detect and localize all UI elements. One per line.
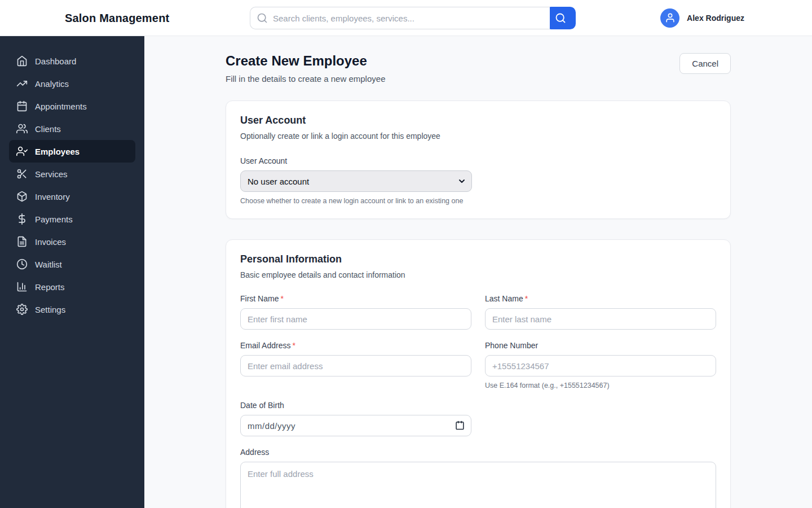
- search-icon: [257, 12, 268, 24]
- email-label: Email Address*: [240, 341, 471, 350]
- sidebar-item-label: Inventory: [35, 192, 70, 202]
- sidebar-item-label: Settings: [35, 305, 65, 314]
- user-account-card: User Account Optionally create or link a…: [226, 100, 731, 219]
- last-name-label: Last Name*: [485, 294, 716, 303]
- dob-group: Date of Birth: [240, 401, 471, 436]
- user-account-help: Choose whether to create a new login acc…: [240, 197, 716, 205]
- main-content: Create New Employee Fill in the details …: [144, 36, 812, 508]
- page-header: Create New Employee Fill in the details …: [226, 53, 731, 84]
- first-name-group: First Name*: [240, 294, 471, 330]
- search-icon: [555, 12, 566, 24]
- sidebar-item-label: Employees: [35, 147, 80, 156]
- sidebar-item-settings[interactable]: Settings: [9, 298, 135, 321]
- dollar-icon: [16, 213, 28, 225]
- search-button[interactable]: [545, 7, 576, 29]
- sidebar-item-label: Waitlist: [35, 260, 62, 269]
- user-account-select[interactable]: No user account: [240, 170, 472, 192]
- users-icon: [16, 123, 28, 134]
- last-name-field[interactable]: [485, 308, 716, 330]
- required-asterisk: *: [292, 341, 295, 350]
- sidebar-item-employees[interactable]: Employees: [9, 140, 135, 163]
- user-name: Alex Rodriguez: [687, 14, 744, 23]
- global-search: [250, 7, 576, 29]
- sidebar-item-label: Appointments: [35, 102, 87, 111]
- scissors-icon: [16, 168, 28, 179]
- sidebar-item-label: Analytics: [35, 79, 69, 89]
- required-asterisk: *: [280, 294, 283, 303]
- user-menu[interactable]: Alex Rodriguez: [660, 8, 744, 28]
- phone-help: Use E.164 format (e.g., +15551234567): [485, 382, 716, 389]
- sidebar-item-analytics[interactable]: Analytics: [9, 72, 135, 95]
- personal-info-card: Personal Information Basic employee deta…: [226, 239, 731, 508]
- dob-label: Date of Birth: [240, 401, 471, 410]
- avatar: [660, 8, 679, 28]
- sidebar-item-invoices[interactable]: Invoices: [9, 230, 135, 253]
- cancel-button[interactable]: Cancel: [679, 53, 731, 74]
- user-account-label: User Account: [240, 156, 716, 165]
- card-title: User Account: [240, 115, 716, 126]
- card-description: Optionally create or link a login accoun…: [240, 132, 716, 141]
- email-group: Email Address*: [240, 341, 471, 389]
- app-header: Salon Management Alex Rodriguez: [0, 0, 812, 36]
- address-group: Address: [240, 448, 716, 508]
- card-title: Personal Information: [240, 253, 716, 265]
- sidebar: Dashboard Analytics Appointments Clients…: [0, 36, 144, 508]
- dob-field[interactable]: [240, 415, 471, 436]
- search-input[interactable]: [250, 7, 550, 29]
- email-field[interactable]: [240, 355, 471, 376]
- sidebar-item-services[interactable]: Services: [9, 163, 135, 185]
- sidebar-item-label: Invoices: [35, 237, 66, 247]
- first-name-label: First Name*: [240, 294, 471, 303]
- sidebar-item-label: Dashboard: [35, 56, 76, 66]
- last-name-group: Last Name*: [485, 294, 716, 330]
- bar-chart-icon: [16, 281, 28, 292]
- phone-field[interactable]: [485, 355, 716, 376]
- clock-icon: [16, 259, 28, 270]
- app-title: Salon Management: [65, 11, 169, 24]
- calendar-icon: [16, 100, 28, 112]
- file-text-icon: [16, 236, 28, 247]
- page-title: Create New Employee: [226, 53, 385, 69]
- sidebar-item-label: Payments: [35, 214, 73, 224]
- first-name-field[interactable]: [240, 308, 471, 330]
- package-icon: [16, 191, 28, 202]
- sidebar-item-inventory[interactable]: Inventory: [9, 185, 135, 208]
- phone-label: Phone Number: [485, 341, 716, 350]
- page-subtitle: Fill in the details to create a new empl…: [226, 74, 385, 84]
- sidebar-item-reports[interactable]: Reports: [9, 275, 135, 298]
- sidebar-item-clients[interactable]: Clients: [9, 117, 135, 140]
- phone-group: Phone Number Use E.164 format (e.g., +15…: [485, 341, 716, 389]
- home-icon: [16, 55, 28, 67]
- sidebar-item-dashboard[interactable]: Dashboard: [9, 50, 135, 72]
- gear-icon: [16, 304, 28, 315]
- sidebar-item-waitlist[interactable]: Waitlist: [9, 253, 135, 275]
- required-asterisk: *: [525, 294, 528, 303]
- sidebar-item-label: Services: [35, 169, 68, 179]
- sidebar-item-payments[interactable]: Payments: [9, 208, 135, 230]
- sidebar-item-appointments[interactable]: Appointments: [9, 95, 135, 117]
- sidebar-item-label: Reports: [35, 282, 65, 292]
- card-description: Basic employee details and contact infor…: [240, 270, 716, 279]
- address-field[interactable]: [240, 462, 716, 508]
- address-label: Address: [240, 448, 716, 457]
- user-check-icon: [16, 146, 28, 157]
- sidebar-item-label: Clients: [35, 124, 61, 134]
- trending-up-icon: [16, 78, 28, 89]
